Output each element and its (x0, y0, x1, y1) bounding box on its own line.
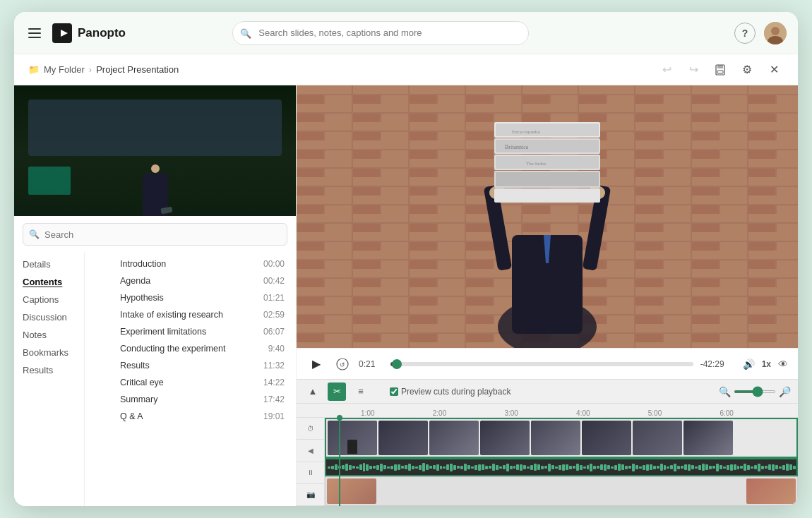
zoom-slider[interactable] (734, 390, 776, 393)
rewind-button[interactable]: ↺ (333, 355, 352, 373)
save-icon (715, 64, 726, 76)
nav-bookmarks[interactable]: Bookmarks (14, 344, 84, 361)
top-bar-right: ? (734, 22, 787, 44)
track-label-video: ◀ (297, 440, 324, 462)
volume-button[interactable]: 🔊 (743, 359, 755, 370)
timeline-toolbar: ▲ ✂ ≡ Preview cuts during playback 🔍 🔎 (297, 380, 798, 404)
toolbar-actions: ↩ ↪ ⚙ ✕ (657, 60, 784, 80)
nav-captions[interactable]: Captions (14, 291, 84, 308)
close-button[interactable]: ✕ (764, 60, 784, 80)
nav-results[interactable]: Results (14, 361, 84, 379)
secondary-thumb-2 (746, 478, 796, 504)
zoom-in-button[interactable]: 🔎 (779, 386, 791, 397)
svg-text:Britannica: Britannica (505, 144, 529, 150)
progress-bar[interactable] (390, 362, 693, 366)
nav-contents[interactable]: Contents (14, 273, 84, 291)
list-item[interactable]: Intake of existing research 02:59 (85, 306, 296, 323)
list-item[interactable]: Results 11:32 (85, 357, 296, 374)
user-avatar[interactable] (764, 22, 787, 44)
contents-list: Introduction 00:00 Agenda 00:42 Hypothes… (85, 253, 296, 506)
secondary-bar: 📁 My Folder › Project Presentation ↩ ↪ ⚙… (14, 54, 798, 85)
ruler-mark: 6:00 (691, 409, 763, 417)
list-item[interactable]: Q & A 19:01 (85, 408, 296, 425)
timeline-ruler: 1:00 2:00 3:00 4:00 5:00 6:00 (297, 404, 798, 418)
redo-button[interactable]: ↪ (683, 60, 703, 80)
save-button[interactable] (710, 60, 730, 80)
speed-button[interactable]: 1x (762, 359, 771, 369)
track-label-clock: ⏱ (297, 418, 324, 440)
nav-discussion[interactable]: Discussion (14, 308, 84, 326)
undo-button[interactable]: ↩ (657, 60, 676, 80)
thumb-4 (480, 421, 530, 455)
thumb-1 (328, 421, 377, 455)
brick-wall: Encyclopædia Britannica The Index (297, 85, 798, 348)
preview-cuts-checkbox[interactable] (390, 387, 398, 396)
secondary-video-track[interactable] (325, 476, 798, 506)
svg-text:The Index: The Index (526, 161, 547, 167)
content-search-input[interactable] (23, 223, 287, 246)
menu-button[interactable] (25, 25, 44, 41)
content-search-icon: 🔍 (29, 229, 40, 239)
list-item[interactable]: Experiment limitations 06:07 (85, 323, 296, 340)
svg-text:Encyclopædia: Encyclopædia (512, 129, 541, 135)
video-thumbnail[interactable] (14, 85, 296, 216)
secondary-thumb-1 (327, 478, 376, 504)
list-item[interactable]: Conducting the experiment 9:40 (85, 340, 296, 357)
zoom-controls: 🔍 🔎 (719, 386, 791, 397)
ruler-mark: 2:00 (404, 409, 476, 417)
breadcrumb-folder[interactable]: My Folder (44, 64, 85, 75)
timeline-up-button[interactable]: ▲ (304, 383, 322, 401)
track-content: // Generate waveform bars (function() { … (325, 418, 798, 506)
thumb-7 (633, 421, 682, 455)
track-label-camera: 📷 (297, 484, 324, 506)
svg-rect-27 (496, 156, 599, 169)
panopto-logo-icon (52, 23, 72, 43)
waveform-bars: // Generate waveform bars (function() { … (326, 459, 796, 475)
settings-button[interactable]: ⚙ (737, 60, 757, 80)
list-item[interactable]: Critical eye 14:22 (85, 374, 296, 391)
progress-thumb (392, 359, 402, 369)
thumb-3 (429, 421, 479, 455)
video-player[interactable]: Encyclopædia Britannica The Index (297, 85, 798, 348)
folder-icon: 📁 (28, 64, 40, 75)
svg-rect-31 (494, 188, 600, 203)
video-scene: Encyclopædia Britannica The Index (297, 85, 798, 348)
nav-list: Details Contents Captions Discussion Not… (14, 253, 85, 506)
svg-rect-30 (496, 172, 599, 186)
list-item[interactable]: Hypothesis 01:21 (85, 289, 296, 306)
list-tool-button[interactable]: ≡ (352, 383, 370, 401)
thumb-8 (683, 421, 733, 455)
thumb-2 (378, 421, 428, 455)
list-item[interactable]: Introduction 00:00 (85, 255, 296, 272)
preview-cuts-text: Preview cuts during playback (401, 387, 511, 397)
main-video-track[interactable] (325, 418, 798, 458)
global-search-input[interactable] (232, 21, 529, 45)
svg-point-4 (771, 27, 780, 35)
list-item[interactable]: Summary 17:42 (85, 391, 296, 408)
thumbnail-strip (326, 419, 796, 457)
svg-text:↺: ↺ (340, 361, 345, 368)
left-panel: 🔍 Details Contents Captions Discussion N… (14, 85, 297, 506)
audio-waveform-track[interactable]: // Generate waveform bars (function() { … (325, 458, 798, 476)
timeline-tracks: 1:00 2:00 3:00 4:00 5:00 6:00 ⏱ (297, 404, 798, 506)
list-item[interactable]: Agenda 00:42 (85, 272, 296, 289)
play-button[interactable]: ▶ (306, 354, 326, 374)
zoom-out-button[interactable]: 🔍 (719, 386, 731, 397)
cut-tool-button[interactable]: ✂ (328, 383, 346, 401)
nav-details[interactable]: Details (14, 255, 84, 273)
timeline-editor: ▲ ✂ ≡ Preview cuts during playback 🔍 🔎 (297, 379, 798, 506)
playhead (339, 418, 340, 506)
logo[interactable]: Panopto (52, 23, 126, 43)
eye-button[interactable]: 👁 (778, 359, 788, 370)
nav-notes[interactable]: Notes (14, 326, 84, 344)
help-button[interactable]: ? (734, 23, 756, 44)
right-panel: Encyclopædia Britannica The Index (297, 85, 798, 506)
ruler-mark: 1:00 (332, 409, 404, 417)
track-labels: ⏱ ◀ ⏸ 📷 (297, 418, 325, 506)
content-search-container: 🔍 (23, 223, 287, 246)
ruler-mark: 5:00 (619, 409, 691, 417)
thumbnail-presenter (143, 164, 168, 216)
current-time: 0:21 (359, 359, 383, 369)
side-panel-search: 🔍 (14, 216, 296, 253)
global-search-icon: 🔍 (240, 28, 251, 38)
